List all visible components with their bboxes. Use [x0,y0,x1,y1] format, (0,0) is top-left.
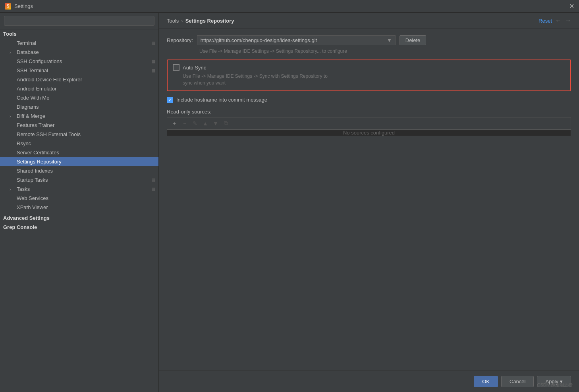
breadcrumb-parent: Tools [167,18,179,24]
ssh-conf-icon-right: ▦ [151,59,155,64]
main-content: Tools › Settings Repository Reset ← → Re… [159,13,579,392]
dropdown-arrow-icon: ▼ [387,37,392,43]
sources-box: + − ✎ ▲ ▼ ⧉ No sources configured [167,117,571,136]
repository-label: Repository: [167,37,193,43]
ok-button[interactable]: OK [474,376,498,387]
server-certificates-label: Server Certificates [17,150,59,156]
sidebar-item-ssh-configurations[interactable]: SSH Configurations ▦ [0,57,158,66]
database-label: Database [17,49,39,55]
settings-repository-label: Settings Repository [17,159,62,165]
sidebar-item-tasks[interactable]: › Tasks ▦ [0,184,158,194]
forward-button[interactable]: → [565,17,571,24]
breadcrumb: Tools › Settings Repository Reset ← → [159,13,579,29]
sources-empty-text: No sources configured [167,130,571,136]
database-arrow: › [10,50,16,55]
shared-indexes-label: Shared Indexes [17,168,53,174]
auto-sync-checkbox[interactable] [173,64,179,71]
cancel-button[interactable]: Cancel [501,376,534,387]
rsync-label: Rsync [17,140,31,146]
dialog-footer: OK Cancel Apply ▾ [159,371,579,392]
auto-sync-box: Auto Sync Use File -> Manage IDE Setting… [167,60,571,91]
dialog-body: Tools Terminal ▦ › Database SSH Configur… [0,13,579,392]
sidebar-item-settings-repository[interactable]: Settings Repository [0,157,158,166]
terminal-label: Terminal [17,40,36,46]
app-icon: S [5,3,11,10]
grep-console-label: Grep Console [3,224,37,230]
add-source-button[interactable]: + [170,119,179,128]
advanced-settings-label: Advanced Settings [3,215,50,221]
bottom-hint: CSDN @走泪之行 [537,382,573,388]
terminal-icon-right: ▦ [151,40,155,46]
sidebar-group-advanced: Advanced Settings [0,213,158,223]
sidebar-group-tools: Tools [0,29,158,38]
sidebar-item-shared-indexes[interactable]: Shared Indexes [0,166,158,175]
repository-url: https://github.com/chenguo-design/idea-s… [201,37,317,43]
tasks-icon-right: ▦ [151,186,155,192]
sidebar-item-android-emulator[interactable]: Android Emulator [0,84,158,93]
startup-icon-right: ▦ [151,177,155,183]
sidebar-item-diagrams[interactable]: Diagrams [0,102,158,111]
features-trainer-label: Features Trainer [17,122,54,128]
sidebar-item-remote-ssh[interactable]: Remote SSH External Tools [0,130,158,139]
android-emulator-label: Android Emulator [17,86,56,92]
sidebar-item-startup-tasks[interactable]: Startup Tasks ▦ [0,175,158,184]
search-box [0,13,158,29]
read-only-sources-label: Read-only sources: [167,109,571,115]
breadcrumb-separator: › [181,18,183,24]
breadcrumb-actions: Reset ← → [538,17,571,24]
move-up-button[interactable]: ▲ [201,119,210,128]
sidebar-item-server-certificates[interactable]: Server Certificates [0,148,158,157]
window-title: Settings [14,3,33,9]
auto-sync-header: Auto Sync [173,64,565,71]
tasks-label: Tasks [17,186,30,192]
diff-merge-label: Diff & Merge [17,113,45,119]
tasks-arrow: › [10,187,16,192]
sidebar-item-rsync[interactable]: Rsync [0,139,158,148]
diagrams-label: Diagrams [17,104,39,110]
sidebar-item-terminal[interactable]: Terminal ▦ [0,38,158,48]
sidebar-item-database[interactable]: › Database [0,48,158,57]
sidebar-item-code-with-me[interactable]: Code With Me [0,93,158,102]
copy-source-button[interactable]: ⧉ [221,119,231,128]
content-area: Repository: https://github.com/chenguo-d… [159,29,579,371]
web-services-label: Web Services [17,195,48,201]
repository-dropdown[interactable]: https://github.com/chenguo-design/idea-s… [197,35,396,45]
breadcrumb-current: Settings Repository [185,18,234,24]
sidebar-item-diff-merge[interactable]: › Diff & Merge [0,111,158,121]
android-device-label: Android Device File Explorer [17,77,82,83]
repository-hint: Use File -> Manage IDE Settings -> Setti… [199,48,571,54]
reset-button[interactable]: Reset [538,18,552,24]
include-hostname-row: Include hostname into commit message [167,97,571,103]
sidebar-item-features-trainer[interactable]: Features Trainer [0,121,158,130]
back-button[interactable]: ← [555,17,562,24]
sidebar-scroll[interactable]: Tools Terminal ▦ › Database SSH Configur… [0,29,158,392]
move-down-button[interactable]: ▼ [211,119,220,128]
title-bar-left: S Settings [5,3,33,10]
ssh-term-icon-right: ▦ [151,68,155,73]
auto-sync-description: Use File -> Manage IDE Settings -> Sync … [183,73,565,86]
search-input[interactable] [4,16,154,26]
code-with-me-label: Code With Me [17,95,49,101]
delete-button[interactable]: Delete [400,35,427,45]
ssh-terminal-label: SSH Terminal [17,67,48,73]
sidebar-item-web-services[interactable]: Web Services [0,194,158,203]
repository-row: Repository: https://github.com/chenguo-d… [167,35,571,45]
close-button[interactable]: ✕ [569,3,574,10]
include-hostname-checkbox[interactable] [167,97,173,103]
sidebar-group-grep: Grep Console [0,223,158,232]
sidebar-item-ssh-terminal[interactable]: SSH Terminal ▦ [0,66,158,75]
sources-toolbar: + − ✎ ▲ ▼ ⧉ [167,117,571,130]
edit-source-button[interactable]: ✎ [190,119,200,128]
xpath-viewer-label: XPath Viewer [17,204,48,210]
sidebar-item-android-device[interactable]: Android Device File Explorer [0,75,158,84]
auto-sync-label: Auto Sync [183,65,206,71]
remove-source-button[interactable]: − [180,119,189,128]
include-hostname-label: Include hostname into commit message [176,97,267,103]
title-bar: S Settings ✕ [0,0,579,13]
startup-tasks-label: Startup Tasks [17,177,48,183]
sidebar-item-xpath-viewer[interactable]: XPath Viewer [0,203,158,212]
sidebar: Tools Terminal ▦ › Database SSH Configur… [0,13,159,392]
remote-ssh-label: Remote SSH External Tools [17,131,81,137]
diff-arrow: › [10,114,16,119]
ssh-configurations-label: SSH Configurations [17,58,62,64]
